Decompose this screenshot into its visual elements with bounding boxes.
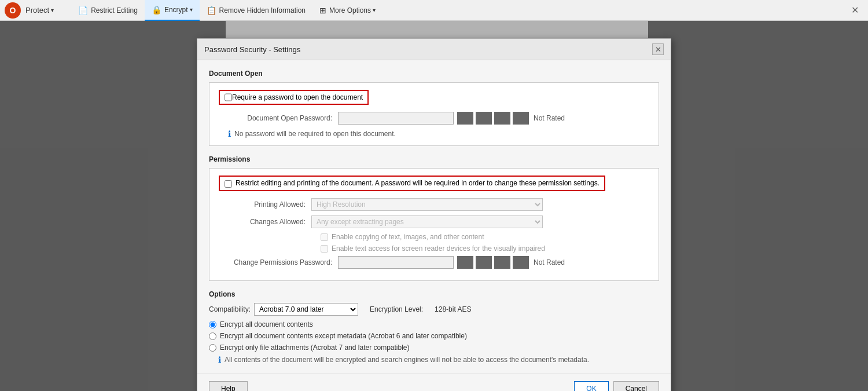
compatibility-select[interactable]: Acrobat 7.0 and later	[254, 303, 358, 316]
enable-copying-row: Enable copying of text, images, and othe…	[219, 233, 649, 241]
document-open-section: Require a password to open the document …	[209, 82, 659, 146]
remove-hidden-icon: 📋	[207, 6, 216, 15]
password-strength-indicator	[457, 112, 529, 125]
cancel-button[interactable]: Cancel	[613, 381, 659, 391]
permissions-section: Restrict editing and printing of the doc…	[209, 168, 659, 281]
strength-box-4	[513, 112, 529, 125]
dialog-close-button[interactable]: ✕	[652, 43, 664, 55]
protect-chevron-icon: ▾	[51, 7, 54, 13]
dialog-title-bar: Password Security - Settings ✕	[197, 39, 671, 60]
more-options-icon: ⊞	[319, 6, 326, 15]
encrypt-attachments-label: Encrypt only file attachments (Acrobat 7…	[220, 344, 410, 352]
protect-label: Protect	[25, 6, 49, 14]
all-contents-info-text: All contents of the document will be enc…	[225, 356, 589, 364]
info-icon: ℹ	[228, 129, 231, 138]
encrypt-attachments-row: Encrypt only file attachments (Acrobat 7…	[209, 344, 659, 352]
more-options-button[interactable]: ⊞ More Options ▾	[312, 0, 382, 21]
options-section: Options Compatibility: Acrobat 7.0 and l…	[209, 290, 659, 364]
encrypt-attachments-radio[interactable]	[209, 344, 216, 352]
require-password-label: Require a password to open the document	[232, 93, 363, 101]
encryption-level-label: Encryption Level:	[370, 305, 423, 313]
enable-text-access-checkbox[interactable]	[321, 245, 328, 253]
perm-strength-box-1	[457, 256, 473, 269]
changes-allowed-label: Changes Allowed:	[219, 218, 311, 226]
restrict-editing-icon: 📄	[78, 6, 88, 15]
strength-box-3	[494, 112, 510, 125]
compatibility-row: Compatibility: Acrobat 7.0 and later Enc…	[209, 303, 659, 316]
no-password-info-row: ℹ No password will be required to open t…	[219, 129, 649, 138]
more-options-chevron-icon: ▾	[373, 7, 376, 13]
all-contents-info-icon: ℹ	[218, 355, 221, 364]
changes-allowed-select[interactable]: Any except extracting pages	[311, 215, 543, 228]
enable-text-access-label: Enable text access for screen reader dev…	[332, 244, 545, 253]
protect-menu[interactable]: Protect ▾	[25, 6, 54, 14]
enable-text-access-row: Enable text access for screen reader dev…	[219, 244, 649, 253]
password-rating-label: Not Rated	[534, 114, 565, 122]
perm-strength-box-2	[476, 256, 492, 269]
printing-allowed-select[interactable]: High Resolution	[311, 198, 543, 211]
enable-copying-label: Enable copying of text, images, and othe…	[332, 233, 484, 241]
change-permissions-password-row: Change Permissions Password: Not Rated	[219, 256, 649, 269]
restrict-editing-checkbox[interactable]	[225, 180, 232, 188]
toolbar: O Protect ▾ 📄 Restrict Editing 🔒 Encrypt…	[0, 0, 868, 21]
strength-box-2	[476, 112, 492, 125]
document-open-password-input[interactable]	[338, 112, 454, 125]
perm-strength-box-3	[494, 256, 510, 269]
modal-overlay: Password Security - Settings ✕ Document …	[0, 21, 868, 391]
enable-copying-checkbox[interactable]	[321, 233, 328, 241]
document-open-section-title: Document Open	[209, 70, 659, 78]
help-button[interactable]: Help	[209, 381, 248, 391]
encrypt-except-metadata-radio[interactable]	[209, 332, 216, 340]
perm-strength-box-4	[513, 256, 529, 269]
printing-allowed-row: Printing Allowed: High Resolution	[219, 198, 649, 211]
dialog-body: Document Open Require a password to open…	[197, 60, 671, 374]
doc-password-label: Document Open Password:	[228, 114, 338, 122]
no-password-info-text: No password will be required to open thi…	[234, 130, 396, 138]
dialog-footer: Help OK Cancel	[197, 374, 671, 391]
dialog-title: Password Security - Settings	[204, 45, 300, 54]
all-contents-info-row: ℹ All contents of the document will be e…	[209, 355, 659, 364]
restrict-editing-button[interactable]: 📄 Restrict Editing	[71, 0, 145, 21]
encrypt-except-metadata-row: Encrypt all document contents except met…	[209, 332, 659, 340]
encrypt-all-row: Encrypt all document contents	[209, 320, 659, 328]
require-password-checkbox[interactable]	[225, 93, 232, 101]
encrypt-lock-icon: 🔒	[152, 5, 161, 14]
restrict-editing-label: Restrict editing and printing of the doc…	[236, 179, 599, 187]
encrypt-all-label: Encrypt all document contents	[220, 320, 313, 328]
remove-hidden-button[interactable]: 📋 Remove Hidden Information	[200, 0, 312, 21]
encrypt-except-metadata-label: Encrypt all document contents except met…	[220, 332, 467, 340]
changes-allowed-row: Changes Allowed: Any except extracting p…	[219, 215, 649, 228]
document-open-password-row: Document Open Password: Not Rated	[219, 112, 649, 125]
ok-button[interactable]: OK	[574, 381, 608, 391]
options-section-title: Options	[209, 290, 659, 298]
password-security-dialog: Password Security - Settings ✕ Document …	[197, 38, 671, 391]
strength-box-1	[457, 112, 473, 125]
app-close-button[interactable]: ✕	[846, 2, 863, 19]
encrypt-dropdown-icon: ▾	[190, 6, 193, 13]
change-permissions-label: Change Permissions Password:	[228, 258, 338, 266]
encryption-level-value: 128-bit AES	[435, 305, 471, 313]
permissions-section-title: Permissions	[209, 155, 659, 163]
encrypt-button[interactable]: 🔒 Encrypt ▾	[145, 0, 200, 21]
permissions-strength-indicator	[457, 256, 529, 269]
printing-allowed-label: Printing Allowed:	[219, 200, 311, 209]
change-permissions-password-input[interactable]	[338, 256, 454, 269]
permissions-rating-label: Not Rated	[534, 258, 565, 266]
app-logo: O	[5, 2, 21, 19]
compatibility-label: Compatibility:	[209, 305, 251, 313]
encrypt-all-radio[interactable]	[209, 321, 216, 328]
main-content: ◀ Password Security - Settings ✕ Documen…	[0, 21, 868, 391]
